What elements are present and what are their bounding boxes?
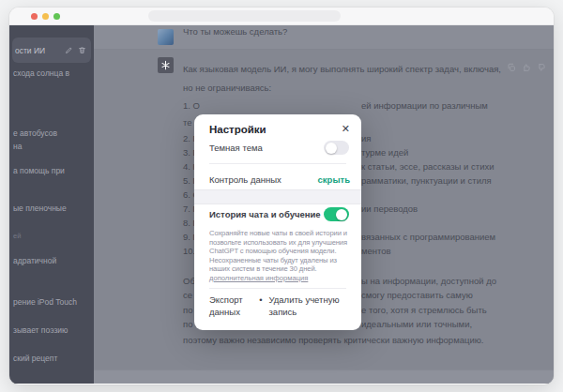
minimize-window-button[interactable] [42,13,49,20]
desktop: ости ИИ схода солнца ве автобусовнаа пом… [0,0,563,392]
assistant-text-line: поэтому важно независимо проверять крити… [183,335,548,346]
settings-modal-title: Настройки [209,124,266,135]
divider [209,163,346,164]
chat-history-description: Сохраняйте новые чаты в своей истории и … [209,229,350,274]
settings-modal: Настройки ✕ Темная тема Контроль данных … [194,114,361,330]
zoom-window-button[interactable] [53,13,60,20]
close-window-button[interactable] [31,13,38,20]
close-icon[interactable]: ✕ [342,123,350,134]
more-info-link[interactable]: дополнительная информация [209,274,308,282]
section-separator [194,189,361,204]
user-message-text: Что ты можешь сделать? [183,26,548,38]
address-bar[interactable] [148,10,341,22]
export-data-button[interactable]: Экспорт данных [209,294,252,318]
data-controls-label: Контроль данных [209,174,282,185]
hide-link[interactable]: скрыть [318,174,350,185]
assistant-text-line: Как языковая модель ИИ, я могу выполнять… [183,64,548,75]
button-separator-dot: • [259,294,262,318]
dark-theme-label: Темная тема [209,143,263,153]
chat-history-toggle[interactable] [324,207,349,221]
delete-account-button[interactable]: Удалить учетную запись [269,294,353,318]
divider [209,288,346,289]
assistant-text-line: но не ограничиваясь: [183,83,548,94]
assistant-text-line: 1. Оей информации по различным [183,100,548,112]
dark-theme-toggle[interactable] [324,141,349,155]
window-titlebar [9,8,554,25]
chat-history-label: История чата и обучение [209,209,321,219]
